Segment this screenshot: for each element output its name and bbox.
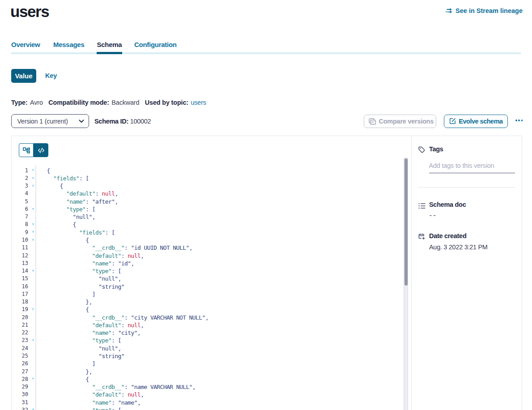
code-line: 26 ] [12,360,403,367]
code-line: 32 "type": [ [12,406,403,410]
code-line: 4 "default": null, [12,190,403,197]
code-text: "type": [ [47,406,121,410]
fold-arrow-icon[interactable] [32,378,34,380]
tabs-underline [11,52,521,54]
fold-arrow-icon[interactable] [32,270,34,272]
code-token [47,214,73,220]
code-text: "type": [ [47,337,121,344]
tab-overview[interactable]: Overview [11,41,40,48]
code-view-toggle[interactable] [34,143,48,158]
scrollbar-thumb[interactable] [404,158,408,286]
schema-doc-value: -- [430,211,438,220]
code-token: , [189,244,192,251]
code-token [47,337,92,344]
code-line: 28 { [12,375,403,383]
tags-title: Tags [429,145,443,153]
date-created-title: Date created [429,232,466,239]
fold-arrow-icon[interactable] [32,231,34,233]
version-select[interactable]: Version 1 (current) [11,114,89,128]
code-line: 25 "string" [12,352,403,359]
lineage-link-label: See in Stream lineage [455,7,523,14]
chevron-down-icon [79,120,84,123]
code-text: "name": "after", [47,198,118,205]
code-token: "fields" [79,229,105,235]
line-number: 13 [12,260,28,266]
code-token [47,299,86,305]
fold-arrow-icon[interactable] [32,185,34,187]
code-token [47,190,66,197]
code-token: : [85,198,92,205]
fold-arrow-icon[interactable] [32,208,34,210]
code-line: 9 "fields": [ [12,228,403,236]
fold-arrow-icon[interactable] [32,239,34,241]
code-token: "name" [92,399,111,406]
fold-arrow-icon[interactable] [32,169,34,171]
page-title: users [10,3,49,21]
fold-arrow-icon[interactable] [32,339,34,342]
code-token [47,275,99,282]
line-number: 31 [12,399,28,406]
code-text: "null", [47,345,121,351]
code-text: }, [47,368,92,375]
version-select-value: Version 1 (current) [17,118,68,125]
more-actions-button[interactable] [515,118,523,123]
schema-id: Schema ID: 100002 [94,118,151,125]
code-token [47,252,92,259]
evolve-schema-button[interactable]: Evolve schema [444,115,508,128]
gutter-divider [35,165,36,410]
type-label: Type: [11,99,28,106]
see-in-stream-lineage-link[interactable]: See in Stream lineage [446,7,523,14]
compatibility-label: Compatibility mode: [48,99,109,106]
code-token: "default" [92,252,121,259]
key-tab-button[interactable]: Key [45,69,57,83]
code-scrollbar[interactable] [404,158,409,410]
fold-arrow-icon[interactable] [32,308,34,311]
tab-messages[interactable]: Messages [53,41,84,48]
compare-versions-button[interactable]: Compare versions [364,115,437,128]
code-token: "after" [92,198,115,205]
schema-doc-section-header: Schema doc [418,201,466,208]
code-line: 16 "string" [12,282,403,290]
tab-schema[interactable]: Schema [97,41,122,48]
fold-arrow-icon[interactable] [32,223,34,226]
code-token: { [60,183,63,189]
tag-icon [418,146,425,153]
code-token: { [72,221,76,228]
code-text: { [47,167,50,174]
line-number: 15 [12,275,28,282]
code-text: "name": "id", [47,260,134,266]
tags-input[interactable] [429,158,515,173]
code-token [47,399,92,406]
line-number: 27 [12,368,28,375]
code-token [47,283,99,290]
line-number: 22 [12,329,28,336]
code-token: "city" [118,329,137,336]
code-token: : [121,321,128,328]
code-token: : [95,190,102,197]
schema-id-label: Schema ID: [94,118,128,125]
line-number: 30 [12,391,28,397]
code-token: "fields" [53,175,79,181]
code-text: ] [47,290,95,297]
line-number: 6 [12,206,28,212]
calendar-plus-icon [418,233,426,240]
code-token: "name" [118,399,137,406]
line-number: 20 [12,314,28,320]
value-tab-button[interactable]: Value [11,69,36,83]
code-token: { [85,306,89,313]
code-token: : [124,314,131,320]
ellipsis-dot [521,120,523,121]
code-token: , [140,321,144,328]
line-number: 1 [12,167,28,174]
code-token [47,353,99,359]
code-token: : [ [111,406,121,410]
code-editor[interactable]: 1{2 "fields": [3 {4 "default": null,5 "n… [12,158,403,410]
tree-view-toggle[interactable] [19,143,34,158]
code-token [47,368,86,375]
topic-link[interactable]: users [191,99,206,106]
fold-arrow-icon[interactable] [32,177,34,179]
code-token: "id" [118,260,131,266]
tab-configuration[interactable]: Configuration [134,41,177,48]
code-text: "null", [47,214,95,220]
line-number: 3 [12,183,28,189]
